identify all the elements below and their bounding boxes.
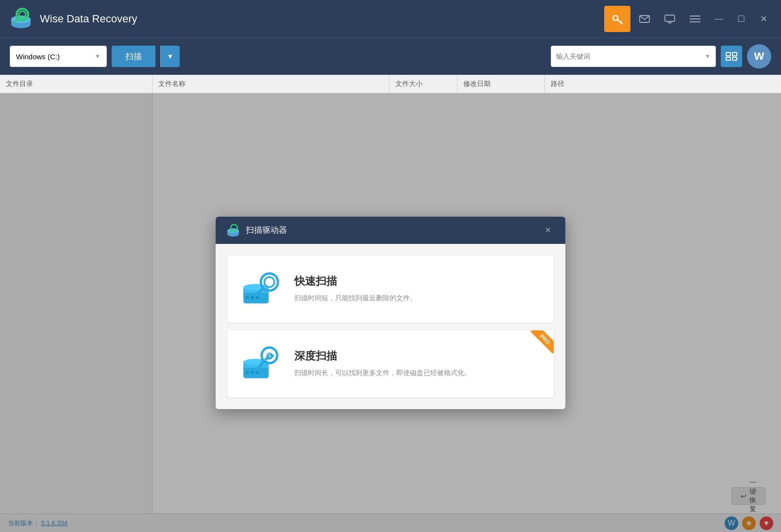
deep-scan-desc: 扫描时间长，可以找到更多文件，即使磁盘已经被格式化。 — [294, 367, 542, 378]
scan-button[interactable]: 扫描 — [112, 46, 155, 67]
svg-point-29 — [251, 296, 254, 299]
app-title: Wise Data Recovery — [40, 13, 604, 25]
quick-scan-icon — [241, 270, 280, 309]
drive-selector[interactable]: Windows (C:) ▼ — [10, 46, 107, 67]
deep-scan-icon — [241, 344, 280, 383]
main-content: ↩ 一键恢复 扫描驱动器 — [0, 93, 781, 532]
svg-rect-16 — [726, 52, 730, 56]
svg-rect-18 — [726, 57, 730, 60]
svg-point-32 — [264, 277, 274, 287]
title-controls: — ☐ ✕ — [604, 6, 773, 32]
column-headers: 文件目录 文件名称 文件大小 修改日期 路径 — [0, 75, 781, 93]
dialog-body: 快速扫描 扫描时间短，只能找到最近删除的文件。 — [216, 244, 565, 409]
dialog-title: 扫描驱动器 — [246, 224, 287, 236]
view-toggle-button[interactable] — [721, 46, 742, 67]
key-button[interactable] — [604, 6, 630, 32]
pro-badge: PRO — [525, 330, 554, 360]
menu-button[interactable] — [684, 8, 706, 30]
col-file-date: 修改日期 — [458, 75, 545, 93]
svg-rect-17 — [732, 52, 737, 56]
title-bar: Wise Data Recovery — [0, 0, 781, 37]
quick-scan-desc: 扫描时间短，只能找到最近删除的文件。 — [294, 292, 542, 303]
dialog-header: 扫描驱动器 × — [216, 217, 565, 244]
scan-dropdown-button[interactable]: ▼ — [160, 46, 180, 67]
dialog-overlay: 扫描驱动器 × — [0, 93, 781, 532]
search-dropdown-icon[interactable]: ▼ — [705, 53, 711, 60]
deep-scan-option[interactable]: 深度扫描 扫描时间长，可以找到更多文件，即使磁盘已经被格式化。 PRO — [227, 330, 554, 397]
svg-point-28 — [246, 296, 249, 299]
scan-chevron-icon: ▼ — [167, 52, 174, 60]
app-logo — [8, 6, 34, 32]
svg-point-38 — [251, 371, 254, 374]
dialog-logo-icon — [225, 223, 241, 238]
svg-point-39 — [256, 371, 259, 374]
svg-point-37 — [246, 371, 249, 374]
user-avatar-button[interactable]: W — [747, 44, 771, 69]
mail-button[interactable] — [633, 8, 656, 30]
close-button[interactable]: ✕ — [754, 9, 773, 29]
dialog-close-button[interactable]: × — [540, 223, 556, 238]
dialog-title-area: 扫描驱动器 — [225, 223, 287, 238]
search-area: ▼ W — [551, 44, 771, 69]
monitor-button[interactable] — [659, 8, 681, 30]
pro-label: PRO — [530, 330, 554, 354]
col-file-dir: 文件目录 — [0, 75, 153, 93]
svg-rect-19 — [732, 57, 737, 60]
toolbar: Windows (C:) ▼ 扫描 ▼ ▼ W — [0, 37, 781, 75]
deep-scan-title: 深度扫描 — [294, 349, 542, 363]
quick-scan-title: 快速扫描 — [294, 274, 542, 289]
deep-scan-text: 深度扫描 扫描时间长，可以找到更多文件，即使磁盘已经被格式化。 — [294, 349, 542, 378]
col-file-path: 路径 — [545, 75, 781, 93]
scan-dialog: 扫描驱动器 × — [216, 217, 565, 409]
quick-scan-text: 快速扫描 扫描时间短，只能找到最近删除的文件。 — [294, 274, 542, 303]
quick-scan-icon-area — [239, 267, 283, 311]
deep-scan-icon-area — [239, 342, 283, 386]
drive-dropdown-icon: ▼ — [95, 53, 101, 60]
col-file-size: 文件大小 — [390, 75, 458, 93]
minimize-button[interactable]: — — [709, 9, 729, 29]
maximize-button[interactable]: ☐ — [731, 9, 751, 29]
search-container: ▼ — [551, 46, 716, 67]
svg-point-30 — [256, 296, 259, 299]
quick-scan-option[interactable]: 快速扫描 扫描时间短，只能找到最近删除的文件。 — [227, 256, 554, 323]
svg-rect-10 — [665, 15, 675, 21]
col-file-name: 文件名称 — [153, 75, 390, 93]
search-input[interactable] — [556, 52, 697, 60]
svg-line-8 — [620, 21, 621, 22]
